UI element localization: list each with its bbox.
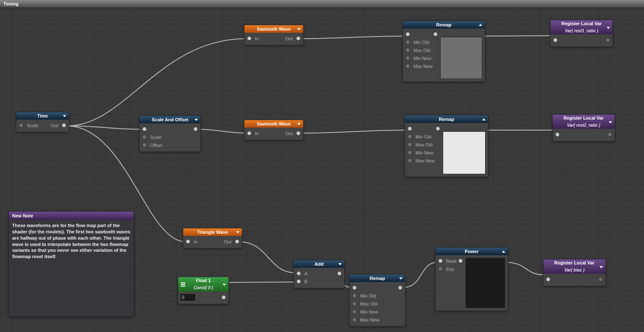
port-out[interactable] [608,132,612,137]
port-in[interactable] [142,143,147,147]
node-header[interactable]: Remap [350,274,405,282]
node-header[interactable]: Float 1 Const( 0 ) [178,277,229,292]
port-out[interactable] [598,277,603,282]
node-power[interactable]: Power Base Exp [435,247,508,311]
node-preview [443,131,486,174]
node-title: Remap [436,22,452,27]
node-add[interactable]: Add A B [293,260,345,288]
port-label: Base [444,259,458,264]
note-body: These waveforms are for the flow map par… [9,220,134,262]
port-in[interactable] [405,32,410,37]
port-out[interactable] [605,38,610,42]
port-label: Max New [414,158,436,163]
port-out[interactable] [221,295,226,300]
port-in[interactable] [405,56,410,60]
port-in[interactable] [247,36,252,41]
node-remap-3[interactable]: Remap Min Old Max Old Min New Max New [349,274,405,327]
port-in[interactable] [408,134,412,139]
node-title: Sawtooth Wave [257,121,291,126]
node-header[interactable]: Add [294,260,344,268]
port-in[interactable] [247,131,252,136]
node-header[interactable]: Power [436,248,508,255]
note-title[interactable]: New Note [9,212,134,220]
node-float-1[interactable]: Float 1 Const( 0 ) 0 [178,277,229,304]
port-in[interactable] [352,285,357,290]
port-in[interactable] [405,64,410,68]
node-register-local-var-3[interactable]: Register Local Var Var( bias ) [543,259,606,286]
node-header[interactable]: Register Local Var Var( bias ) [543,259,605,274]
port-in[interactable] [142,135,147,139]
node-remap-1[interactable]: Remap Min Old Max Old Min New Max New [402,21,485,82]
port-out[interactable] [193,127,198,131]
node-header[interactable]: Triangle Wave [183,228,242,236]
port-in[interactable] [352,293,357,298]
port-in[interactable] [546,277,551,282]
node-subtitle: Var( bias ) [564,268,584,274]
node-sawtooth-wave-2[interactable]: Sawtooth Wave In Out [244,120,304,140]
node-title: Triangle Wave [197,230,228,235]
chevron-down-icon [223,284,226,286]
port-label: Min New [412,56,433,61]
node-triangle-wave[interactable]: Triangle Wave In Out [183,228,242,248]
node-subtitle: Const( 0 ) [194,285,213,291]
node-header[interactable]: Sawtooth Wave [244,25,303,33]
node-remap-2[interactable]: Remap Min Old Max Old Min New Max New [405,115,488,177]
port-in[interactable] [352,301,357,306]
port-out[interactable] [235,239,239,244]
node-register-local-var-2[interactable]: Register Local Var Var( rest2_ratio ) [552,114,615,141]
port-in[interactable] [405,48,410,52]
chevron-down-icon [399,277,402,280]
port-in[interactable] [438,267,443,271]
port-in[interactable] [408,142,412,147]
node-header[interactable]: Register Local Var Var( rest2_ratio ) [553,115,615,129]
comment-note[interactable]: New Note These waveforms are for the flo… [8,211,134,317]
node-sawtooth-wave-1[interactable]: Sawtooth Wave In Out [244,25,304,45]
node-time[interactable]: Time Scale Out [16,112,69,132]
node-scale-and-offset[interactable]: Scale And Offset Scale Offset [139,115,201,152]
port-label: Min Old [414,134,433,139]
port-in[interactable] [438,259,443,263]
port-out[interactable] [62,123,66,128]
port-in[interactable] [352,317,357,322]
port-in[interactable] [296,279,301,284]
node-header[interactable]: Remap [405,115,488,123]
port-label: B [303,279,309,284]
port-in[interactable] [296,271,301,276]
chevron-down-icon [600,266,603,268]
port-in[interactable] [405,40,410,44]
port-in[interactable] [352,309,357,314]
port-out[interactable] [433,32,438,37]
chevron-down-icon [338,263,342,265]
window-titlebar[interactable]: Timing [0,0,644,8]
port-label: Out [283,36,294,41]
port-in[interactable] [408,150,412,155]
chevron-down-icon [297,123,301,125]
node-header[interactable]: Remap [403,21,485,29]
port-in[interactable] [142,127,147,131]
port-label: Min New [358,309,380,314]
node-preview [465,258,505,308]
port-in[interactable] [408,158,412,163]
node-header[interactable]: Scale And Offset [140,116,200,123]
port-out[interactable] [398,285,402,290]
port-out[interactable] [296,36,301,41]
node-header[interactable]: Time [16,112,69,120]
float-value-field[interactable]: 0 [181,294,195,301]
port-out[interactable] [337,271,342,276]
port-in[interactable] [553,38,558,42]
graph-canvas[interactable]: Time Scale Out Scale And Offset Scale Of… [0,8,644,332]
port-out[interactable] [436,126,440,131]
port-out[interactable] [296,131,301,136]
node-title: Register Local Var [554,260,595,265]
port-in[interactable] [408,126,412,131]
port-out[interactable] [458,259,463,263]
node-title: Register Local Var [561,21,602,26]
node-register-local-var-1[interactable]: Register Local Var Var( rest1_ratio ) [550,20,613,47]
port-in[interactable] [555,132,560,137]
port-in[interactable] [19,123,23,128]
node-title: Remap [370,276,385,281]
node-header[interactable]: Sawtooth Wave [244,120,303,128]
node-header[interactable]: Register Local Var Var( rest1_ratio ) [551,20,613,34]
port-in[interactable] [186,239,190,244]
chevron-up-icon [502,251,505,253]
